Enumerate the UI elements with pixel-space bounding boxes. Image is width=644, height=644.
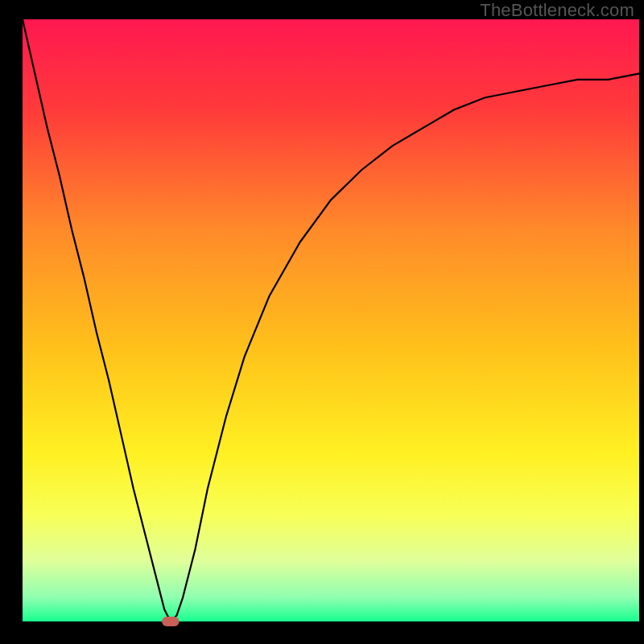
plot-background (23, 19, 639, 621)
bottleneck-chart (0, 0, 644, 644)
optimal-point-marker (162, 617, 179, 626)
watermark-text: TheBottleneck.com (480, 0, 634, 21)
chart-container: TheBottleneck.com (0, 0, 644, 644)
